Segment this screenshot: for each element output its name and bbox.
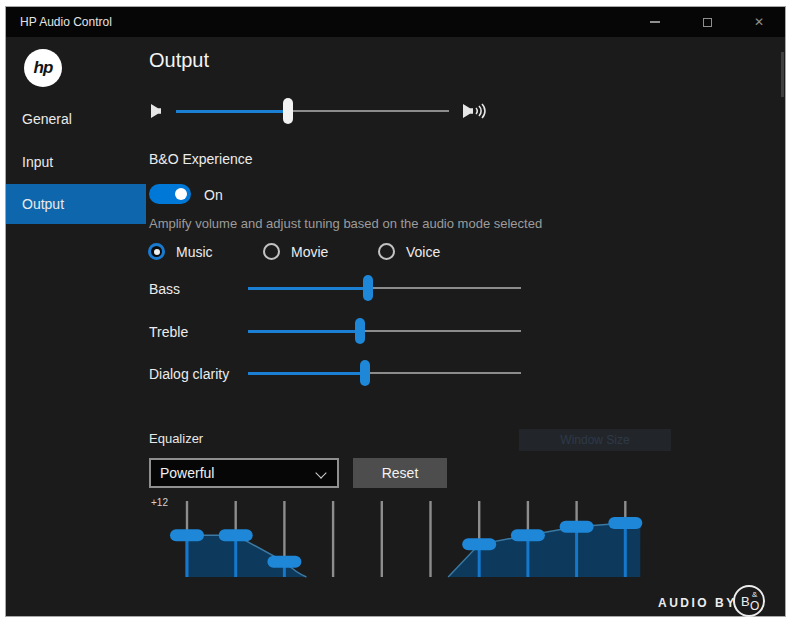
window-title: HP Audio Control <box>6 15 112 29</box>
radio-movie-label: Movie <box>291 244 328 260</box>
treble-slider[interactable] <box>248 318 521 344</box>
bass-thumb[interactable] <box>363 275 373 301</box>
dialog-clarity-thumb[interactable] <box>360 360 370 386</box>
bass-track[interactable] <box>248 287 521 289</box>
treble-thumb[interactable] <box>355 318 365 344</box>
volume-fill <box>176 110 288 113</box>
audio-mode-description: Amplify volume and adjust tuning based o… <box>149 216 542 231</box>
equalizer-label: Equalizer <box>149 431 203 446</box>
close-icon: ✕ <box>754 15 764 29</box>
volume-slider[interactable] <box>176 98 449 124</box>
audio-by-label: AUDIO BY <box>658 596 737 610</box>
equalizer-preset-dropdown[interactable]: Powerful <box>149 458 339 488</box>
toggle-knob <box>175 188 187 200</box>
minimize-button[interactable] <box>629 7 681 37</box>
radio-voice-label: Voice <box>406 244 440 260</box>
radio-music[interactable] <box>148 243 165 260</box>
volume-thumb[interactable] <box>283 98 293 124</box>
maximize-button[interactable] <box>681 7 733 37</box>
dialog-clarity-fill <box>248 372 365 375</box>
bass-fill <box>248 287 368 290</box>
radio-voice[interactable] <box>378 243 395 260</box>
treble-fill <box>248 330 360 333</box>
sidebar-item-output[interactable]: Output <box>6 184 146 224</box>
equalizer-graph[interactable] <box>166 495 646 579</box>
speaker-mute-icon <box>149 102 165 120</box>
bass-slider[interactable] <box>248 275 521 301</box>
hp-logo-text: hp <box>34 58 53 78</box>
toggle-state-label: On <box>204 187 223 203</box>
radio-music-label: Music <box>176 244 213 260</box>
bo-logo-o: O <box>750 599 759 613</box>
bo-experience-label: B&O Experience <box>149 151 253 167</box>
window-size-button-disabled: Window Size <box>519 429 671 451</box>
sidebar-item-input[interactable]: Input <box>6 142 146 182</box>
title-bar: HP Audio Control ✕ <box>6 7 785 37</box>
dialog-clarity-label: Dialog clarity <box>149 366 229 382</box>
page-title: Output <box>149 49 209 72</box>
hp-logo-icon: hp <box>24 49 62 87</box>
bo-experience-toggle[interactable] <box>149 184 191 204</box>
bo-logo-amp: & <box>752 590 757 599</box>
radio-movie[interactable] <box>263 243 280 260</box>
scrollbar-thumb[interactable] <box>781 52 784 97</box>
sidebar-item-general[interactable]: General <box>6 99 146 139</box>
chevron-down-icon <box>315 467 326 478</box>
preset-value: Powerful <box>151 465 214 481</box>
reset-button[interactable]: Reset <box>353 458 447 488</box>
bass-label: Bass <box>149 281 180 297</box>
bo-logo-b: B <box>741 594 750 609</box>
treble-track[interactable] <box>248 330 521 332</box>
speaker-loud-icon <box>461 101 489 121</box>
dialog-clarity-slider[interactable] <box>248 360 521 386</box>
maximize-icon <box>703 18 712 27</box>
volume-track[interactable] <box>176 110 449 112</box>
treble-label: Treble <box>149 324 188 340</box>
app-window: HP Audio Control ✕ hp General Input Outp… <box>5 6 786 617</box>
dialog-clarity-track[interactable] <box>248 372 521 374</box>
minimize-icon <box>650 21 660 23</box>
window-controls: ✕ <box>629 7 785 37</box>
close-button[interactable]: ✕ <box>733 7 785 37</box>
bo-logo-icon: B & O <box>733 585 765 617</box>
